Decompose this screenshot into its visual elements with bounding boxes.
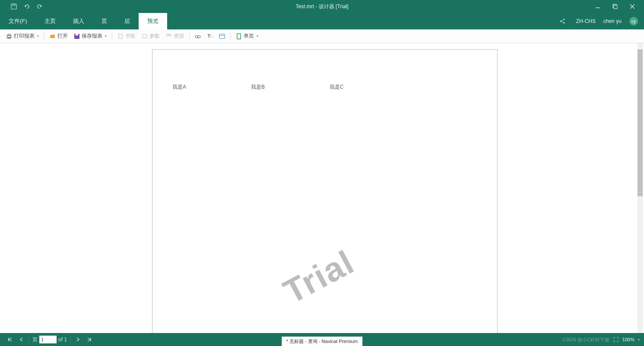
language-label[interactable]: ZH-CHS bbox=[576, 18, 596, 24]
svg-rect-16 bbox=[76, 34, 78, 35]
params-icon bbox=[142, 33, 148, 39]
chevron-down-icon: ▾ bbox=[257, 34, 258, 38]
separator bbox=[70, 336, 71, 343]
prev-page-icon[interactable] bbox=[16, 335, 27, 344]
minimize-icon[interactable] bbox=[590, 0, 605, 13]
print-label: 打印报表 bbox=[14, 32, 35, 40]
window-title: Test.mrt - 设计器 [Trial] bbox=[295, 3, 348, 10]
separator bbox=[189, 32, 190, 40]
fit-icon[interactable] bbox=[613, 336, 619, 343]
separator bbox=[230, 32, 231, 40]
username-label[interactable]: chen yu bbox=[603, 18, 622, 24]
csdn-watermark: CSDN @小C好好干饭 bbox=[563, 336, 609, 343]
menu-home[interactable]: 主页 bbox=[36, 13, 64, 29]
menu-preview[interactable]: 预览 bbox=[139, 13, 167, 29]
resources-label: 资源 bbox=[174, 32, 184, 40]
bookmark-icon bbox=[117, 33, 124, 39]
bookmark-button: 书签 bbox=[115, 31, 138, 42]
print-report-button[interactable]: 打印报表 ▾ bbox=[3, 31, 41, 42]
zoom-dropdown-icon[interactable]: ▾ bbox=[638, 338, 640, 342]
avatar[interactable]: cy bbox=[629, 17, 638, 26]
menu-insert[interactable]: 插入 bbox=[64, 13, 93, 29]
panel-button[interactable] bbox=[216, 31, 228, 42]
page-label: 页 bbox=[32, 336, 38, 343]
cell-b: 我是B bbox=[251, 83, 265, 91]
params-label: 参数 bbox=[149, 32, 160, 40]
menubar: 文件(F) 主页 插入 页 层 预览 ZH-CHS chen yu cy bbox=[0, 13, 644, 29]
next-page-icon[interactable] bbox=[73, 335, 84, 344]
chevron-down-icon: ▾ bbox=[37, 34, 39, 38]
open-label: 打开 bbox=[57, 32, 68, 40]
params-button: 参数 bbox=[139, 31, 162, 42]
bookmark-label: 书签 bbox=[125, 32, 136, 40]
redo-icon[interactable] bbox=[34, 0, 46, 13]
separator bbox=[112, 32, 112, 40]
svg-rect-23 bbox=[219, 34, 225, 38]
menu-layer[interactable]: 层 bbox=[116, 13, 139, 29]
resources-button: 资源 bbox=[163, 31, 187, 42]
svg-rect-19 bbox=[167, 34, 168, 36]
scroll-thumb[interactable] bbox=[638, 49, 643, 196]
save-report-button[interactable]: 保存报表 ▾ bbox=[71, 31, 109, 42]
svg-line-10 bbox=[561, 20, 564, 21]
svg-line-11 bbox=[561, 22, 564, 23]
page-total-label: of 1 bbox=[58, 336, 67, 343]
page-number-input[interactable] bbox=[39, 336, 57, 343]
svg-rect-25 bbox=[237, 34, 241, 39]
report-page: 我是A 我是B 我是C Trial bbox=[152, 49, 498, 333]
svg-rect-4 bbox=[614, 5, 617, 9]
undo-icon[interactable] bbox=[21, 0, 33, 13]
close-icon[interactable] bbox=[625, 0, 640, 13]
find-button[interactable] bbox=[192, 31, 203, 42]
chevron-down-icon: ▾ bbox=[105, 34, 107, 38]
page-icon bbox=[236, 33, 242, 39]
single-page-label: 单页 bbox=[244, 32, 254, 40]
maximize-icon[interactable] bbox=[608, 0, 622, 13]
svg-point-21 bbox=[195, 35, 198, 38]
save-icon[interactable] bbox=[8, 0, 20, 13]
single-page-button[interactable]: 单页 ▾ bbox=[233, 31, 261, 42]
separator bbox=[44, 32, 44, 40]
separator bbox=[29, 336, 29, 343]
canvas-area: 预览效果如下 我是A 我是B 我是C Trial bbox=[0, 43, 644, 333]
svg-rect-20 bbox=[169, 34, 171, 36]
open-button[interactable]: 打开 bbox=[47, 31, 70, 42]
resources-icon bbox=[166, 33, 172, 39]
printer-icon bbox=[6, 33, 12, 39]
svg-rect-1 bbox=[13, 4, 15, 6]
statusbar: 页 of 1 * 无标题 - 查询 - Navicat Premium CSDN… bbox=[0, 333, 644, 346]
cell-c: 我是C bbox=[330, 83, 344, 91]
folder-open-icon bbox=[50, 33, 56, 39]
zoom-label[interactable]: 100% bbox=[622, 337, 634, 342]
svg-point-22 bbox=[198, 35, 200, 38]
vertical-scrollbar[interactable] bbox=[637, 43, 643, 333]
svg-rect-0 bbox=[11, 4, 16, 9]
text-icon: T□ bbox=[207, 33, 213, 39]
first-page-icon[interactable] bbox=[4, 335, 16, 344]
text-editor-button[interactable]: T□ bbox=[204, 31, 216, 42]
menu-page[interactable]: 页 bbox=[93, 13, 116, 29]
svg-rect-18 bbox=[143, 35, 147, 38]
menu-file[interactable]: 文件(F) bbox=[0, 13, 36, 29]
binoculars-icon bbox=[195, 33, 201, 39]
svg-rect-17 bbox=[119, 34, 122, 38]
taskbar-window-item[interactable]: * 无标题 - 查询 - Navicat Premium bbox=[282, 336, 363, 346]
save-label: 保存报表 bbox=[82, 32, 102, 40]
panel-icon bbox=[219, 33, 225, 39]
share-icon[interactable] bbox=[556, 15, 568, 27]
watermark: Trial bbox=[277, 242, 361, 311]
cell-a: 我是A bbox=[172, 83, 186, 91]
svg-rect-13 bbox=[8, 34, 10, 35]
last-page-icon[interactable] bbox=[84, 335, 95, 344]
titlebar: Test.mrt - 设计器 [Trial] bbox=[0, 0, 644, 13]
save-icon bbox=[74, 33, 80, 39]
toolbar: 打印报表 ▾ 打开 保存报表 ▾ 书签 参数 资源 bbox=[0, 29, 644, 43]
